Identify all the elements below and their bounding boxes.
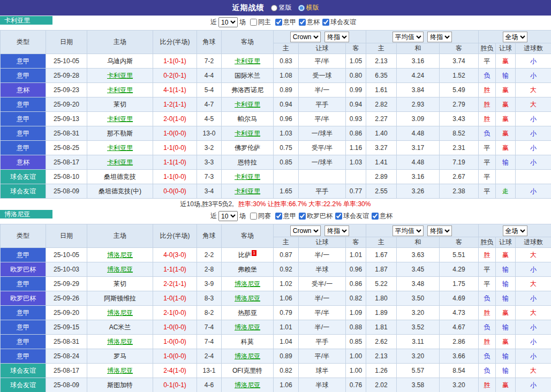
away-team-link[interactable]: 弗赖堡 xyxy=(222,262,274,277)
layout-vertical-option[interactable]: 竖版 xyxy=(271,3,292,12)
league-filter-label: 球会友谊 xyxy=(343,212,369,221)
vertical-radio[interactable] xyxy=(271,5,277,11)
home-team-link[interactable]: 阿斯顿维拉 xyxy=(87,291,153,306)
match-count-select[interactable]: 10 xyxy=(218,17,238,27)
match-date: 25-09-20 xyxy=(46,306,87,320)
league-checkbox[interactable] xyxy=(372,213,379,220)
away-team-link[interactable]: 卡利亚里 xyxy=(222,170,274,184)
score: 2-1(0-0) xyxy=(153,306,197,320)
corners: 7-2 xyxy=(197,54,222,69)
away-team-link[interactable]: 帕尔马 xyxy=(222,112,274,126)
away-team-link[interactable]: 卡利亚里 xyxy=(222,54,274,69)
away-team-link[interactable]: 国际米兰 xyxy=(222,69,274,83)
corners: 7-4 xyxy=(197,320,222,335)
match-count-select[interactable]: 10 xyxy=(218,211,238,221)
result-group: 全场 xyxy=(479,31,551,43)
horizontal-radio[interactable] xyxy=(298,5,305,11)
match-row: 球会友谊 25-08-17 博洛尼亚 2-4(1-0) 13-1 OFI克里特 … xyxy=(1,364,551,378)
home-team-link[interactable]: 斯图加特 xyxy=(87,378,153,392)
ah-away-odds: 1.03 xyxy=(346,155,366,170)
away-team-link[interactable]: 卡利亚里 xyxy=(222,126,274,141)
league-checkbox[interactable] xyxy=(275,213,282,220)
layout-horizontal-option[interactable]: 横版 xyxy=(298,3,319,12)
eu-away-odds: 2.67 xyxy=(440,170,479,184)
league-filter[interactable]: 意甲 xyxy=(273,18,296,27)
ah-away-odds: 0.88 xyxy=(346,320,366,335)
away-team-link[interactable]: 博洛尼亚 xyxy=(222,349,274,364)
euro-average-select[interactable]: 平均值 xyxy=(393,225,424,236)
home-team-link[interactable]: 卡利亚里 xyxy=(87,112,153,126)
home-team-link[interactable]: 卡利亚里 xyxy=(87,155,153,170)
col-eu-draw: 和 xyxy=(397,237,440,248)
home-team-link[interactable]: 罗马 xyxy=(87,349,153,364)
away-team-link[interactable]: 博洛尼亚 xyxy=(222,320,274,335)
score: 2-2(1-1) xyxy=(153,277,197,291)
away-team-link[interactable]: 热那亚 xyxy=(222,306,274,320)
home-team-link[interactable]: 博洛尼亚 xyxy=(87,335,153,349)
eu-away-odds: 5.51 xyxy=(440,248,479,262)
league-checkbox[interactable] xyxy=(299,213,306,220)
corners: 3-9 xyxy=(197,277,222,291)
away-team-link[interactable]: OFI克里特 xyxy=(222,364,274,378)
away-team-link[interactable]: 比萨1 xyxy=(222,248,274,262)
odds-time-select[interactable]: 终指 xyxy=(324,225,349,236)
scope-select[interactable]: 全场 xyxy=(503,225,527,236)
home-team-link[interactable]: 卡利亚里 xyxy=(87,83,153,97)
away-team-link[interactable]: 卡利亚里 xyxy=(222,184,274,199)
scope-select[interactable]: 全场 xyxy=(503,32,527,42)
ah-away-odds: 1.05 xyxy=(346,54,366,69)
home-team-link[interactable]: 莱切 xyxy=(87,97,153,112)
away-team-link[interactable]: 博洛尼亚 xyxy=(222,291,274,306)
euro-average-select[interactable]: 平均值 xyxy=(393,32,424,42)
home-team-link[interactable]: 博洛尼亚 xyxy=(87,262,153,277)
ah-line: 平/半 xyxy=(299,349,346,364)
ah-line: 平/半 xyxy=(299,306,346,320)
same-checkbox[interactable] xyxy=(250,19,257,26)
euro-time-select[interactable]: 终指 xyxy=(427,32,452,42)
home-team-link[interactable]: 那不勒斯 xyxy=(87,126,153,141)
league-filter[interactable]: 意杯 xyxy=(296,18,320,27)
home-team-link[interactable]: AC米兰 xyxy=(87,320,153,335)
league-checkbox[interactable] xyxy=(335,213,342,220)
same-filter[interactable]: 同主 xyxy=(247,18,271,27)
away-team-link[interactable]: 博洛尼亚 xyxy=(222,378,274,392)
eu-away-odds: 5.49 xyxy=(440,83,479,97)
same-checkbox[interactable] xyxy=(250,213,257,220)
away-team-link[interactable]: 弗洛西诺尼 xyxy=(222,83,274,97)
league-filter[interactable]: 球会友谊 xyxy=(333,212,369,221)
home-team-link[interactable]: 卡利亚里 xyxy=(87,141,153,155)
eu-draw-odds: 3.11 xyxy=(397,335,440,349)
same-filter[interactable]: 同赛 xyxy=(247,212,271,221)
away-team-link[interactable]: 博洛尼亚 xyxy=(222,277,274,291)
home-team-link[interactable]: 桑坦德竞技(中) xyxy=(87,184,153,199)
page-title: 近期战绩 xyxy=(232,3,265,13)
home-team-link[interactable]: 桑坦德竞技 xyxy=(87,170,153,184)
matches-label: 场 xyxy=(239,212,246,221)
home-team-link[interactable]: 博洛尼亚 xyxy=(87,364,153,378)
home-team-link[interactable]: 莱切 xyxy=(87,277,153,291)
filter-bar: 近 10 场 同赛 意甲欧罗巴杯球会友谊意杯 xyxy=(210,211,393,221)
summary: 近10场,胜3平5负2, 胜率:30% 让胜率:66.7% 大率:22.2% 单… xyxy=(0,199,551,209)
bookmaker-select[interactable]: Crown xyxy=(290,225,321,236)
league-filter[interactable]: 球会友谊 xyxy=(320,18,356,27)
away-team-link[interactable]: 佛罗伦萨 xyxy=(222,141,274,155)
league-checkbox[interactable] xyxy=(322,19,329,26)
euro-time-select[interactable]: 终指 xyxy=(427,225,452,236)
away-team-link[interactable]: 恩特拉 xyxy=(222,155,274,170)
home-team-link[interactable]: 博洛尼亚 xyxy=(87,248,153,262)
bookmaker-select[interactable]: Crown xyxy=(290,32,321,42)
league-checkbox[interactable] xyxy=(275,19,282,26)
home-team-link[interactable]: 博洛尼亚 xyxy=(87,306,153,320)
home-team-link[interactable]: 乌迪内斯 xyxy=(87,54,153,69)
goals-result: 小 xyxy=(516,69,551,83)
league-filter[interactable]: 意甲 xyxy=(273,212,296,221)
league-filter[interactable]: 欧罗巴杯 xyxy=(296,212,333,221)
league-filter[interactable]: 意杯 xyxy=(369,212,393,221)
league-checkbox[interactable] xyxy=(299,19,306,26)
away-team-link[interactable]: 卡利亚里 xyxy=(222,97,274,112)
away-team-link[interactable]: 科莫 xyxy=(222,335,274,349)
home-team-link[interactable]: 卡利亚里 xyxy=(87,69,153,83)
eu-home-odds: 1.40 xyxy=(366,126,397,141)
col-ah-away: 客 xyxy=(346,237,366,248)
odds-time-select[interactable]: 终指 xyxy=(324,32,349,42)
